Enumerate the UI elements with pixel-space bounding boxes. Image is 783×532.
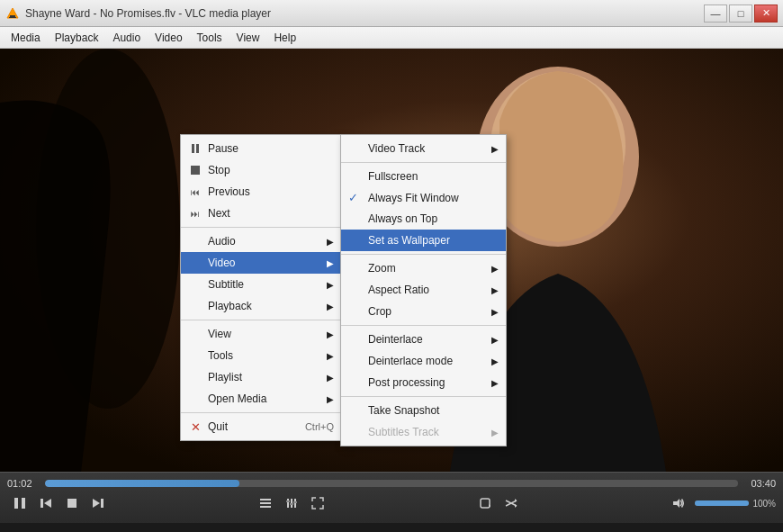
svg-rect-16 — [260, 506, 271, 508]
menu-view[interactable]: View — [230, 30, 267, 46]
svg-rect-15 — [260, 502, 271, 504]
open-media-arrow-icon: ▶ — [327, 394, 334, 404]
tools-icon — [188, 348, 202, 363]
svg-rect-7 — [14, 498, 18, 509]
sub-snapshot[interactable]: Take Snapshot — [341, 400, 506, 421]
sub-wallpaper[interactable]: Set as Wallpaper — [341, 230, 506, 251]
random-button[interactable] — [499, 492, 524, 514]
ctx-playlist[interactable]: Playlist ▶ — [181, 366, 341, 388]
close-button[interactable]: ✕ — [754, 5, 778, 23]
sub-aspect-ratio-label: Aspect Ratio — [368, 284, 486, 296]
sub-aspect-ratio[interactable]: Aspect Ratio ▶ — [341, 279, 506, 301]
menu-tools[interactable]: Tools — [190, 30, 230, 46]
sub-deinterlace-mode-label: Deinterlace mode — [368, 355, 486, 367]
deinterlace-mode-arrow: ▶ — [491, 356, 499, 366]
crop-icon — [348, 304, 363, 319]
extended-button[interactable] — [279, 492, 304, 514]
ctx-view-label: View — [208, 328, 321, 340]
subtitle-icon — [188, 277, 202, 292]
sub-always-top[interactable]: Always on Top — [341, 208, 506, 230]
video-area: Pause Stop ⏮ Previous ⏭ Next Audio ▶ — [0, 49, 783, 472]
wallpaper-icon — [348, 233, 363, 248]
sub-sep1 — [341, 162, 506, 163]
sub-post-processing[interactable]: Post processing ▶ — [341, 372, 506, 393]
ctx-video[interactable]: Video ▶ — [181, 252, 341, 274]
ctx-audio[interactable]: Audio ▶ — [181, 230, 341, 252]
sub-deinterlace-mode[interactable]: Deinterlace mode ▶ — [341, 350, 506, 372]
svg-rect-2 — [9, 17, 16, 18]
menu-help[interactable]: Help — [266, 30, 303, 46]
svg-rect-14 — [260, 499, 271, 500]
loop-button[interactable] — [472, 492, 498, 514]
svg-marker-27 — [515, 504, 517, 508]
previous-icon: ⏮ — [188, 185, 202, 199]
play-pause-icon — [14, 497, 26, 509]
playlist-arrow-icon: ▶ — [327, 373, 334, 383]
menu-media[interactable]: Media — [4, 30, 48, 46]
ctx-previous[interactable]: ⏮ Previous — [181, 181, 341, 203]
ctx-view[interactable]: View ▶ — [181, 323, 341, 345]
sub-always-top-label: Always on Top — [368, 212, 499, 225]
minimize-button[interactable]: — — [704, 5, 727, 23]
sub-deinterlace[interactable]: Deinterlace ▶ — [341, 329, 506, 350]
volume-button[interactable] — [666, 492, 691, 514]
sub-zoom[interactable]: Zoom ▶ — [341, 257, 506, 279]
skip-forward-icon — [92, 497, 104, 509]
fullscreen-button[interactable] — [305, 492, 330, 514]
progress-bar[interactable] — [45, 480, 738, 487]
ctx-tools-label: Tools — [208, 349, 321, 362]
sub-crop[interactable]: Crop ▶ — [341, 301, 506, 322]
sub-always-fit[interactable]: ✓ Always Fit Window — [341, 187, 506, 208]
audio-icon — [188, 234, 202, 248]
ctx-pause[interactable]: Pause — [181, 138, 341, 159]
playlist-toggle-button[interactable] — [253, 492, 278, 514]
deinterlace-arrow: ▶ — [491, 335, 499, 345]
ctx-open-media[interactable]: Open Media ▶ — [181, 388, 341, 410]
context-menu: Pause Stop ⏮ Previous ⏭ Next Audio ▶ — [180, 134, 342, 441]
svg-rect-1 — [10, 15, 15, 17]
separator-2 — [181, 320, 341, 320]
playback-arrow-icon: ▶ — [327, 302, 334, 311]
next-button[interactable] — [86, 492, 111, 514]
sub-sep4 — [341, 396, 506, 397]
video-track-icon — [348, 141, 363, 156]
aspect-ratio-arrow: ▶ — [491, 285, 499, 295]
loop-icon — [479, 497, 491, 509]
sub-video-track[interactable]: Video Track ▶ — [341, 138, 506, 159]
sub-subtitles-track-label: Subtitles Track — [368, 426, 486, 438]
ctx-quit[interactable]: ✕ Quit Ctrl+Q — [181, 416, 341, 437]
ctx-playback-label: Playback — [208, 300, 321, 312]
post-processing-arrow: ▶ — [491, 378, 499, 388]
check-icon: ✓ — [348, 191, 363, 204]
ctx-stop[interactable]: Stop — [181, 159, 341, 181]
sub-sep2 — [341, 254, 506, 255]
ctx-next[interactable]: ⏭ Next — [181, 203, 341, 224]
ctx-playback[interactable]: Playback ▶ — [181, 295, 341, 317]
menu-video[interactable]: Video — [148, 30, 189, 46]
play-pause-button[interactable] — [7, 492, 32, 514]
volume-slider[interactable] — [695, 500, 749, 506]
separator-1 — [181, 227, 341, 228]
svg-rect-11 — [68, 499, 76, 508]
maximize-button[interactable]: □ — [729, 5, 752, 23]
sub-deinterlace-label: Deinterlace — [368, 333, 486, 346]
deinterlace-mode-icon — [348, 354, 363, 368]
previous-button[interactable] — [33, 492, 58, 514]
volume-fill — [695, 500, 749, 506]
ctx-pause-label: Pause — [208, 142, 334, 155]
playlist-icon — [259, 497, 272, 509]
window-title: Shayne Ward - No Promises.flv - VLC medi… — [25, 7, 271, 20]
open-media-icon — [188, 392, 202, 406]
progress-fill — [45, 480, 239, 487]
ctx-subtitle[interactable]: Subtitle ▶ — [181, 274, 341, 295]
snapshot-icon — [348, 403, 363, 418]
window-controls[interactable]: — □ ✕ — [704, 5, 778, 23]
post-processing-icon — [348, 375, 363, 390]
zoom-arrow: ▶ — [491, 264, 499, 274]
sub-wallpaper-label: Set as Wallpaper — [368, 234, 499, 247]
ctx-tools[interactable]: Tools ▶ — [181, 345, 341, 366]
stop-button[interactable] — [59, 492, 85, 514]
menu-audio[interactable]: Audio — [105, 30, 148, 46]
menu-playback[interactable]: Playback — [48, 30, 106, 46]
sub-fullscreen[interactable]: Fullscreen — [341, 166, 506, 187]
